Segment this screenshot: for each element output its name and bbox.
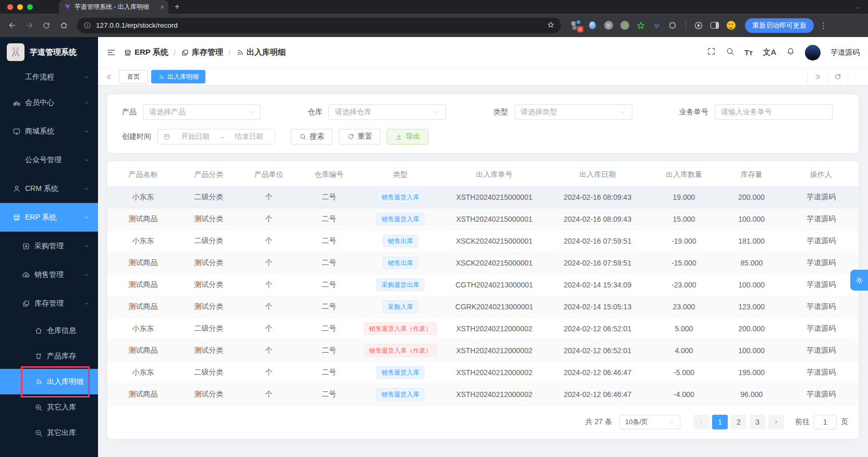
page-button-1[interactable]: 1 — [712, 415, 728, 429]
table-row[interactable]: 小东东二级分类个二号销售出库XSCK202402150000012024-02-… — [107, 230, 859, 252]
topbar: ERP 系统 / 库存管理 / 出入库明细 Tт 文A — [98, 37, 868, 68]
page-button-3[interactable]: 3 — [750, 415, 765, 429]
chevron-down-icon — [83, 74, 90, 80]
type-select[interactable]: 请选择类型 — [515, 104, 632, 120]
extension-tabs-icon[interactable]: 6 — [571, 20, 581, 31]
close-tab-icon[interactable]: × — [160, 4, 164, 10]
extension-balloon-icon[interactable] — [587, 20, 597, 31]
signal-icon — [158, 74, 165, 80]
side-panel-icon[interactable] — [710, 20, 720, 31]
extension-gray-icon[interactable]: ⌘ — [603, 20, 614, 31]
tab-title: 芋道管理系统 - 出入库明细 — [75, 3, 156, 11]
browser-tab[interactable]: 芋道管理系统 - 出入库明细 × — [59, 0, 168, 14]
download-icon — [395, 133, 402, 140]
extension-gray2-icon[interactable] — [619, 20, 630, 31]
reset-button[interactable]: 重置 — [339, 129, 381, 145]
profile-avatar-icon[interactable] — [726, 20, 736, 31]
app-shell: 🐰 芋道管理系统 工作流程 会员中心 商城系统 公众号管理 — [0, 37, 868, 457]
fullscreen-icon[interactable] — [707, 47, 716, 58]
sidebar-item-sales-mgmt[interactable]: 销售管理 — [0, 260, 98, 289]
page-size-select[interactable]: 10条/页 — [619, 415, 680, 429]
breadcrumb-item-stock[interactable]: 库存管理 — [181, 47, 223, 57]
close-window-button[interactable] — [7, 4, 13, 10]
table-row[interactable]: 测试商品测试分类个二号销售退货入库XSTH202402150000012024-… — [107, 208, 859, 230]
minimize-window-button[interactable] — [17, 4, 23, 10]
tab-home[interactable]: 首页 — [119, 70, 148, 83]
language-icon[interactable]: 文A — [763, 47, 776, 57]
sidebar-item-other-inbound[interactable]: 其它入库 — [0, 394, 98, 420]
back-button[interactable] — [5, 19, 19, 32]
home-button[interactable] — [57, 19, 70, 32]
sidebar-item-product-stock[interactable]: 产品库存 — [0, 343, 98, 369]
reload-button[interactable] — [40, 19, 53, 32]
forward-button[interactable] — [22, 19, 36, 32]
tab-search-chevron[interactable] — [855, 4, 861, 13]
table-row[interactable]: 小东东二级分类个二号销售退货入库XSTH202402120000022024-0… — [107, 362, 859, 383]
a-square-icon — [22, 242, 30, 250]
export-button[interactable]: 导出 — [387, 129, 429, 145]
sidebar-item-warehouse-info[interactable]: 仓库信息 — [0, 318, 98, 343]
sidebar-item-other-outbound[interactable]: 其它出库 — [0, 420, 98, 446]
tabs-scroll-right-icon[interactable] — [807, 68, 827, 85]
tab-stock-record[interactable]: 出入库明细 — [151, 70, 205, 83]
extension-star-icon[interactable] — [635, 20, 646, 31]
chevron-up-icon — [83, 300, 90, 307]
layout-grid-icon[interactable] — [848, 68, 868, 85]
table-cell: 二级分类 — [179, 362, 239, 383]
warehouse-label: 仓库 — [308, 107, 328, 117]
window-controls[interactable] — [0, 0, 40, 14]
bell-icon[interactable] — [786, 47, 795, 58]
table-row[interactable]: 测试商品测试分类个二号采购入库CGRK202402130000012024-02… — [107, 296, 859, 318]
collapse-menu-icon[interactable] — [106, 47, 116, 57]
new-tab-button[interactable]: + — [175, 2, 179, 11]
user-avatar[interactable] — [805, 45, 821, 61]
table-row[interactable]: 小东东二级分类个二号销售退货入库XSTH202402150000012024-0… — [107, 186, 859, 208]
table-row[interactable]: 测试商品测试分类个二号采购退货出库CGTH202402130000012024-… — [107, 274, 859, 296]
table-row[interactable]: 小东东二级分类个二号销售退货入库（作废）XSTH2024021200000220… — [107, 318, 859, 340]
sidebar-item-stock-record[interactable]: 出入库明细 — [0, 369, 98, 394]
tabs-scroll-left-icon[interactable] — [102, 74, 116, 80]
sidebar-item-purchase-mgmt[interactable]: 采购管理 — [0, 232, 98, 260]
chrome-update-button[interactable]: 重新启动即可更新 — [745, 18, 814, 33]
sidebar-item-erp-system[interactable]: ERP 系统 — [0, 203, 98, 232]
sidebar-item-mall-system[interactable]: 商城系统 — [0, 117, 98, 146]
browser-menu-icon[interactable]: ⋮ — [820, 21, 827, 30]
warehouse-select[interactable]: 请选择仓库 — [328, 104, 446, 120]
address-bar[interactable]: 127.0.0.1/erp/stock/record — [77, 18, 561, 33]
date-range-picker[interactable]: 开始日期 – 结束日期 — [157, 129, 275, 145]
app-title: 芋道管理系统 — [30, 47, 77, 57]
type-cell: 销售退货入库 — [359, 383, 442, 405]
breadcrumb-item-erp[interactable]: ERP 系统 — [124, 47, 168, 57]
url-text[interactable]: 127.0.0.1/erp/stock/record — [96, 21, 178, 29]
sidebar-item-member-center[interactable]: 会员中心 — [0, 88, 98, 117]
extensions-puzzle-icon[interactable] — [668, 20, 678, 31]
site-info-icon[interactable] — [83, 21, 91, 29]
table-row[interactable]: 测试商品测试分类个二号销售出库XSCK202402150000012024-02… — [107, 252, 859, 274]
battery-saver-icon[interactable] — [693, 20, 704, 31]
table-row[interactable]: 测试商品测试分类个二号销售退货入库XSTH202402120000022024-… — [107, 383, 859, 405]
search-icon[interactable] — [726, 47, 735, 58]
goto-page-input[interactable] — [814, 415, 837, 429]
maximize-window-button[interactable] — [27, 4, 33, 10]
prev-page-button[interactable] — [693, 415, 709, 429]
sidebar-item-workflow[interactable]: 工作流程 — [0, 66, 98, 88]
bizno-input[interactable]: 请输入业务单号 — [715, 104, 833, 120]
table-cell: 100.000 — [719, 274, 783, 296]
font-size-icon[interactable]: Tт — [744, 48, 753, 57]
username[interactable]: 芋道源码 — [830, 48, 860, 57]
product-select[interactable]: 请选择产品 — [143, 104, 261, 120]
extension-chevrons-icon[interactable] — [652, 20, 662, 31]
search-button[interactable]: 搜索 — [291, 129, 333, 145]
sidebar-item-official-account[interactable]: 公众号管理 — [0, 146, 98, 174]
breadcrumb-item-record[interactable]: 出入库明细 — [236, 47, 286, 57]
sidebar-item-crm-system[interactable]: CRM 系统 — [0, 174, 98, 203]
theme-settings-button[interactable] — [850, 270, 868, 291]
next-page-button[interactable] — [768, 415, 784, 429]
table-row[interactable]: 测试商品测试分类个二号销售退货入库（作废）XSTH202402120000022… — [107, 340, 859, 362]
refresh-page-icon[interactable] — [827, 68, 848, 85]
sidebar-item-stock-mgmt[interactable]: 库存管理 — [0, 289, 98, 318]
zoom-in-icon — [34, 403, 43, 412]
page-button-2[interactable]: 2 — [731, 415, 747, 429]
bookmark-star-icon[interactable] — [547, 21, 555, 30]
cup-icon — [34, 352, 43, 360]
